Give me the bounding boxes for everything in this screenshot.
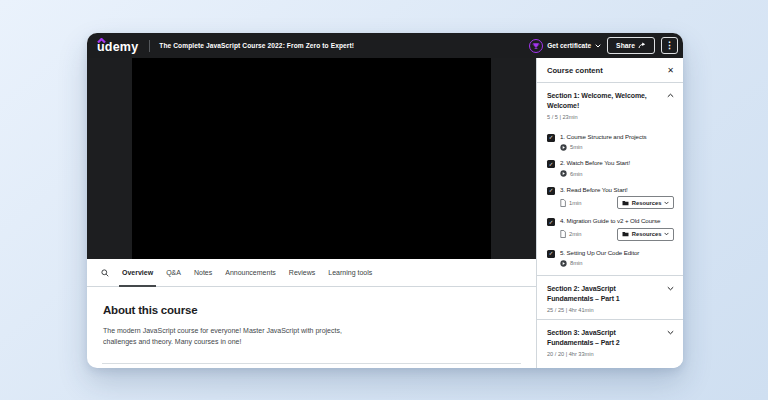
lecture-4-duration: 2min xyxy=(569,231,582,237)
folder-icon xyxy=(622,231,629,237)
content-divider xyxy=(102,363,521,364)
chevron-down-icon xyxy=(667,286,674,291)
tab-qa[interactable]: Q&A xyxy=(166,259,181,286)
about-heading: About this course xyxy=(103,304,520,316)
close-icon[interactable]: ✕ xyxy=(667,67,674,75)
about-section: About this course The modern JavaScript … xyxy=(87,287,536,368)
udemy-logo[interactable]: udemy xyxy=(97,38,138,54)
tab-overview-label: Overview xyxy=(122,269,153,276)
share-button[interactable]: Share xyxy=(607,37,655,54)
tab-announcements-label: Announcements xyxy=(225,269,276,276)
main-column: Overview Q&A Notes Announcements Reviews… xyxy=(87,58,536,368)
lecture-4-title: 4. Migration Guide to v2 + Old Course xyxy=(560,217,675,224)
section-3-meta: 20 / 20 | 4hr 33min xyxy=(547,351,661,357)
share-button-label: Share xyxy=(616,42,635,49)
get-certificate-button[interactable]: Get certificate xyxy=(529,39,601,53)
document-icon xyxy=(560,199,566,207)
section-1-meta: 5 / 5 | 23min xyxy=(547,114,661,120)
course-content-sidebar: Course content ✕ Section 1: Welcome, Wel… xyxy=(536,58,683,368)
lecture-5-duration: 8min xyxy=(570,260,583,266)
tab-learning-tools[interactable]: Learning tools xyxy=(328,259,372,286)
video-player-container xyxy=(87,58,536,259)
section-header-2[interactable]: Section 2: JavaScript Fundamentals – Par… xyxy=(537,275,683,319)
chevron-down-icon xyxy=(664,201,669,205)
lecture-3-duration: 1min xyxy=(569,200,582,206)
trophy-icon xyxy=(529,39,543,53)
get-certificate-label: Get certificate xyxy=(547,42,591,49)
play-circle-icon xyxy=(560,260,567,267)
udemy-logo-caret-icon xyxy=(97,38,106,43)
chevron-down-icon xyxy=(595,44,601,48)
active-tab-underline xyxy=(119,285,156,287)
tab-announcements[interactable]: Announcements xyxy=(225,259,276,286)
section-2-title: Section 2: JavaScript Fundamentals – Par… xyxy=(547,284,661,304)
chevron-up-icon xyxy=(667,93,674,98)
tab-learning-tools-label: Learning tools xyxy=(328,269,372,276)
section-1-title: Section 1: Welcome, Welcome, Welcome! xyxy=(547,91,661,111)
kebab-menu-button[interactable]: ⋮ xyxy=(661,37,678,54)
section-2-meta: 25 / 25 | 4hr 41min xyxy=(547,307,661,313)
about-description-line2: challenges and theory. Many courses in o… xyxy=(103,336,520,347)
header-actions: Get certificate Share ⋮ xyxy=(529,37,678,54)
resources-label: Resources xyxy=(632,231,662,237)
about-description-line1: The modern JavaScript course for everyon… xyxy=(103,325,520,336)
course-content-header: Course content ✕ xyxy=(537,58,683,83)
section-header-3[interactable]: Section 3: JavaScript Fundamentals – Par… xyxy=(537,319,683,363)
lecture-row-3[interactable]: ✓ 3. Read Before You Start! 1min xyxy=(537,182,683,214)
tab-reviews[interactable]: Reviews xyxy=(289,259,315,286)
completed-checkbox[interactable]: ✓ xyxy=(547,160,555,168)
play-circle-icon xyxy=(560,144,567,151)
tabs-bar: Overview Q&A Notes Announcements Reviews… xyxy=(87,259,536,287)
lecture-5-title: 5. Setting Up Our Code Editor xyxy=(560,249,675,256)
resources-label: Resources xyxy=(632,200,662,206)
lecture-2-duration: 6min xyxy=(570,171,583,177)
course-content-title: Course content xyxy=(547,66,603,75)
tab-overview[interactable]: Overview xyxy=(122,259,153,286)
main-row: Overview Q&A Notes Announcements Reviews… xyxy=(87,58,683,368)
document-icon xyxy=(560,230,566,238)
lecture-row-1[interactable]: ✓ 1. Course Structure and Projects 5min xyxy=(537,129,683,156)
lecture-2-title: 2. Watch Before You Start! xyxy=(560,159,675,166)
video-screen[interactable] xyxy=(132,58,491,259)
chevron-down-icon xyxy=(667,330,674,335)
app-header: udemy The Complete JavaScript Course 202… xyxy=(87,33,683,58)
tab-reviews-label: Reviews xyxy=(289,269,315,276)
lecture-row-5[interactable]: ✓ 5. Setting Up Our Code Editor 8min xyxy=(537,245,683,272)
tab-notes-label: Notes xyxy=(194,269,212,276)
chevron-down-icon xyxy=(664,232,669,236)
kebab-menu-icon: ⋮ xyxy=(665,41,674,50)
lecture-list: ✓ 1. Course Structure and Projects 5min … xyxy=(537,126,683,276)
lecture-row-2[interactable]: ✓ 2. Watch Before You Start! 6min xyxy=(537,155,683,182)
completed-checkbox[interactable]: ✓ xyxy=(547,134,555,142)
lecture-row-4[interactable]: ✓ 4. Migration Guide to v2 + Old Course … xyxy=(537,213,683,245)
tab-notes[interactable]: Notes xyxy=(194,259,212,286)
section-header-1[interactable]: Section 1: Welcome, Welcome, Welcome! 5 … xyxy=(537,83,683,126)
folder-icon xyxy=(622,200,629,206)
play-circle-icon xyxy=(560,170,567,177)
lecture-1-title: 1. Course Structure and Projects xyxy=(560,133,675,140)
tab-qa-label: Q&A xyxy=(166,269,181,276)
about-description: The modern JavaScript course for everyon… xyxy=(103,325,520,347)
lecture-3-title: 3. Read Before You Start! xyxy=(560,186,675,193)
resources-dropdown-button[interactable]: Resources xyxy=(617,196,674,209)
completed-checkbox[interactable]: ✓ xyxy=(547,250,555,258)
section-3-title: Section 3: JavaScript Fundamentals – Par… xyxy=(547,328,661,348)
udemy-course-player-window: udemy The Complete JavaScript Course 202… xyxy=(87,33,683,368)
share-arrow-icon xyxy=(638,42,646,49)
search-button[interactable] xyxy=(101,259,109,286)
completed-checkbox[interactable]: ✓ xyxy=(547,218,555,226)
header-divider xyxy=(149,40,150,52)
completed-checkbox[interactable]: ✓ xyxy=(547,187,555,195)
lecture-1-duration: 5min xyxy=(570,144,583,150)
resources-dropdown-button[interactable]: Resources xyxy=(617,228,674,241)
course-title: The Complete JavaScript Course 2022: Fro… xyxy=(159,42,354,49)
